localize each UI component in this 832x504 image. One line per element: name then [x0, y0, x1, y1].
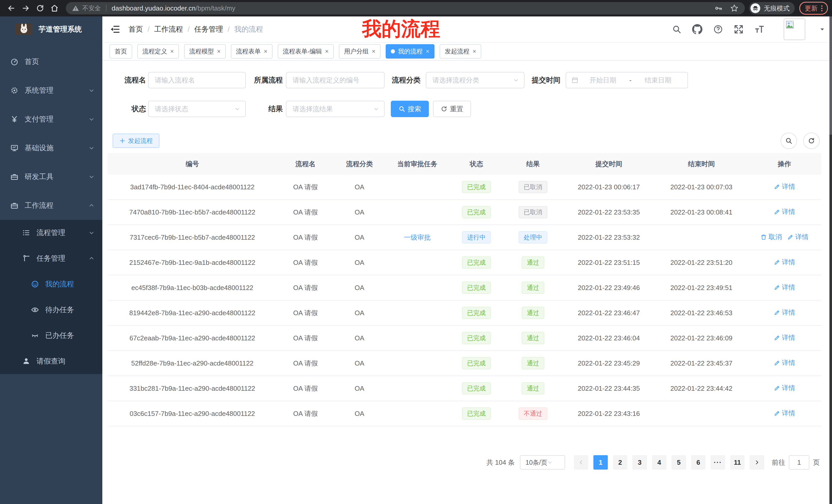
close-icon[interactable]: × [264, 48, 267, 54]
key-icon[interactable] [714, 4, 723, 12]
page-scrollbar[interactable] [829, 17, 832, 504]
sidebar-item-label: 流程管理 [36, 228, 65, 237]
cancel-action-link[interactable]: 取消 [760, 232, 782, 242]
tab-流程表单-编辑[interactable]: 流程表单-编辑× [278, 44, 334, 59]
sidebar-item-支付管理[interactable]: 支付管理 [0, 105, 102, 134]
process-name-input[interactable] [148, 72, 246, 88]
page-button-4[interactable]: 4 [652, 455, 667, 470]
detail-action-link[interactable]: 详情 [787, 232, 809, 242]
sidebar-item-系统管理[interactable]: 系统管理 [0, 76, 102, 105]
close-icon[interactable]: × [372, 48, 375, 54]
show-search-button[interactable] [781, 133, 797, 149]
reload-icon[interactable] [33, 1, 47, 16]
chevron-down-icon [547, 460, 561, 465]
close-icon[interactable]: × [170, 48, 174, 54]
sidebar-item-流程管理[interactable]: 流程管理 [0, 220, 102, 246]
eye-off-icon [31, 331, 39, 340]
search-icon[interactable] [672, 25, 681, 34]
update-button[interactable]: 更新 [799, 2, 828, 15]
sidebar-item-已办任务[interactable]: 已办任务 [0, 323, 102, 348]
avatar[interactable] [784, 19, 805, 40]
page-button-11[interactable]: 11 [730, 455, 745, 470]
close-icon[interactable]: × [473, 48, 476, 54]
detail-action-link[interactable]: 详情 [774, 207, 795, 216]
cell-category: OA [334, 376, 385, 401]
cell-end-time: 2022-01-23 00:08:41 [655, 200, 748, 225]
cell-status: 进行中 [449, 225, 503, 250]
detail-action-link[interactable]: 详情 [774, 358, 795, 367]
next-page-button[interactable] [750, 455, 764, 470]
filter-category-label: 流程分类 [391, 75, 421, 85]
current-task-link[interactable]: 一级审批 [404, 233, 431, 242]
prev-page-button[interactable] [574, 455, 588, 470]
sidebar-item-研发工具[interactable]: 研发工具 [0, 162, 102, 191]
detail-action-link[interactable]: 详情 [774, 182, 795, 191]
sidebar-logo[interactable]: 芋道管理系统 [0, 17, 102, 42]
tab-我的流程[interactable]: 我的流程× [386, 44, 435, 59]
search-button[interactable]: 搜索 [391, 101, 429, 117]
breadcrumb-item[interactable]: 任务管理 [194, 24, 223, 34]
tab-首页[interactable]: 首页 [109, 44, 132, 59]
breadcrumb-item[interactable]: 首页 [129, 24, 143, 34]
forward-icon[interactable] [19, 1, 33, 16]
close-icon[interactable]: × [325, 48, 329, 54]
sidebar-item-我的流程[interactable]: 我的流程 [0, 271, 102, 297]
detail-action-link[interactable]: 详情 [774, 333, 795, 342]
breadcrumb-item[interactable]: 工作流程 [154, 24, 183, 34]
url-bar[interactable]: 不安全 dashboard.yudao.iocoder.cn /bpm/task… [66, 2, 745, 15]
refresh-button[interactable] [803, 133, 820, 149]
close-icon[interactable]: × [217, 48, 220, 54]
submit-time-range-picker[interactable]: 开始日期 - 结束日期 [566, 72, 688, 88]
annotation-text: 我的流程 [362, 18, 440, 40]
close-icon[interactable]: × [426, 48, 430, 54]
detail-action-link[interactable]: 详情 [774, 283, 795, 292]
browser-menu-icon[interactable] [821, 5, 823, 11]
sidebar-item-待办任务[interactable]: 待办任务 [0, 297, 102, 323]
sidebar-item-任务管理[interactable]: 任务管理 [0, 246, 102, 271]
tab-用户分组[interactable]: 用户分组× [339, 44, 381, 59]
goto-page-input[interactable] [789, 455, 809, 470]
cell-status: 已完成 [449, 250, 503, 275]
detail-action-link[interactable]: 详情 [774, 258, 795, 267]
caret-down-icon[interactable] [820, 27, 825, 32]
detail-action-link[interactable]: 详情 [774, 409, 795, 418]
cell-actions: 详情 [748, 175, 821, 200]
sidebar-item-工作流程[interactable]: 工作流程 [0, 191, 102, 220]
tab-发起流程[interactable]: 发起流程× [440, 44, 481, 59]
page-button-5[interactable]: 5 [672, 455, 686, 470]
hamburger-icon[interactable] [109, 24, 121, 35]
page-button-2[interactable]: 2 [613, 455, 627, 470]
category-select[interactable]: 请选择流程分类 [426, 72, 524, 88]
tab-流程定义[interactable]: 流程定义× [137, 44, 179, 59]
breadcrumb-item: 我的流程 [234, 24, 263, 34]
cell-process-id: 331bc281-7b9a-11ec-a290-acde48001122 [107, 376, 277, 401]
cell-result: 通过 [503, 376, 563, 401]
back-icon[interactable] [4, 1, 19, 16]
result-select[interactable]: 请选择流结果 [286, 101, 385, 117]
status-select[interactable]: 请选择状态 [148, 101, 246, 117]
chevron-down-icon [88, 116, 95, 122]
github-icon[interactable] [692, 24, 702, 34]
fullscreen-icon[interactable] [734, 24, 744, 34]
tab-流程表单[interactable]: 流程表单× [231, 44, 272, 59]
page-button-3[interactable]: 3 [632, 455, 647, 470]
help-icon[interactable] [713, 24, 723, 34]
bookmark-star-icon[interactable] [730, 4, 739, 12]
detail-action-link[interactable]: 详情 [774, 384, 795, 393]
more-pages-button[interactable]: ··· [711, 455, 725, 470]
page-button-6[interactable]: 6 [691, 455, 705, 470]
page-button-1[interactable]: 1 [593, 455, 608, 470]
create-process-button[interactable]: 发起流程 [113, 134, 159, 148]
sidebar-item-基础设施[interactable]: 基础设施 [0, 134, 102, 162]
sidebar-item-请假查询[interactable]: 请假查询 [0, 348, 102, 374]
cell-actions: 详情 [748, 326, 821, 351]
sidebar-item-label: 工作流程 [25, 201, 53, 211]
detail-action-link[interactable]: 详情 [774, 308, 795, 317]
page-size-select[interactable]: 10条/页 [520, 455, 565, 470]
process-definition-input[interactable] [286, 72, 385, 88]
sidebar-item-首页[interactable]: 首页 [0, 47, 102, 76]
reset-button[interactable]: 重置 [433, 101, 471, 117]
font-size-icon[interactable] [754, 24, 765, 34]
home-icon[interactable] [47, 1, 62, 16]
tab-流程模型[interactable]: 流程模型× [184, 44, 226, 59]
